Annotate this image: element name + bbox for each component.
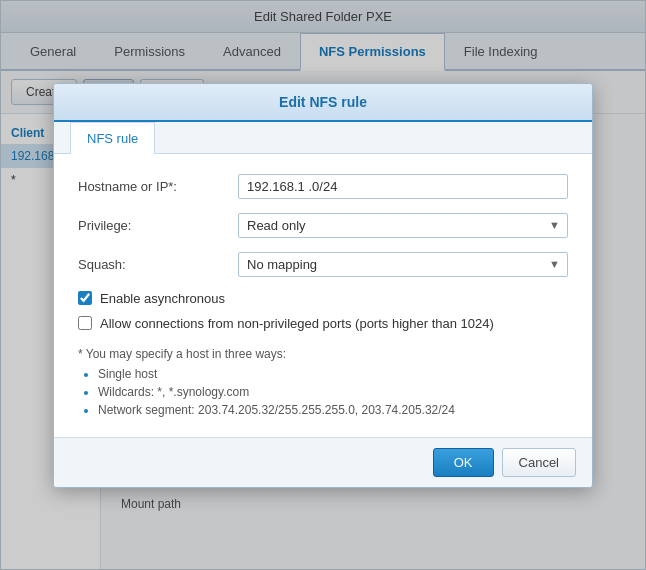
- squash-select-wrapper: No mapping Map root to admin Map root to…: [238, 252, 568, 277]
- privilege-row: Privilege: Read only Read/Write No acces…: [78, 213, 568, 238]
- privilege-select-wrapper: Read only Read/Write No access ▼: [238, 213, 568, 238]
- modal-body: Hostname or IP*: Privilege: Read only Re…: [54, 154, 592, 437]
- squash-row: Squash: No mapping Map root to admin Map…: [78, 252, 568, 277]
- help-item-2: Network segment: 203.74.205.32/255.255.2…: [98, 403, 568, 417]
- main-window: Edit Shared Folder PXE General Permissio…: [0, 0, 646, 570]
- help-text: * You may specify a host in three ways: …: [78, 347, 568, 417]
- privilege-label: Privilege:: [78, 218, 238, 233]
- help-item-0: Single host: [98, 367, 568, 381]
- async-label: Enable asynchronous: [100, 291, 225, 306]
- nonpriv-checkbox[interactable]: [78, 316, 92, 330]
- help-title: * You may specify a host in three ways:: [78, 347, 568, 361]
- hostname-input[interactable]: [238, 174, 568, 199]
- squash-select[interactable]: No mapping Map root to admin Map root to…: [238, 252, 568, 277]
- ok-button[interactable]: OK: [433, 448, 494, 477]
- help-list: Single host Wildcards: *, *.synology.com…: [78, 367, 568, 417]
- help-item-1: Wildcards: *, *.synology.com: [98, 385, 568, 399]
- nonpriv-label: Allow connections from non-privileged po…: [100, 316, 494, 331]
- hostname-row: Hostname or IP*:: [78, 174, 568, 199]
- modal-overlay: Edit NFS rule NFS rule Hostname or IP*: …: [0, 0, 646, 570]
- async-checkbox[interactable]: [78, 291, 92, 305]
- cancel-button[interactable]: Cancel: [502, 448, 576, 477]
- modal-tab-nfs-rule[interactable]: NFS rule: [70, 122, 155, 154]
- modal-header: Edit NFS rule: [54, 84, 592, 122]
- modal-footer: OK Cancel: [54, 437, 592, 487]
- modal-tabs: NFS rule: [54, 122, 592, 154]
- hostname-label: Hostname or IP*:: [78, 179, 238, 194]
- async-row: Enable asynchronous: [78, 291, 568, 306]
- modal-dialog: Edit NFS rule NFS rule Hostname or IP*: …: [53, 83, 593, 488]
- squash-label: Squash:: [78, 257, 238, 272]
- nonpriv-row: Allow connections from non-privileged po…: [78, 316, 568, 331]
- privilege-select[interactable]: Read only Read/Write No access: [238, 213, 568, 238]
